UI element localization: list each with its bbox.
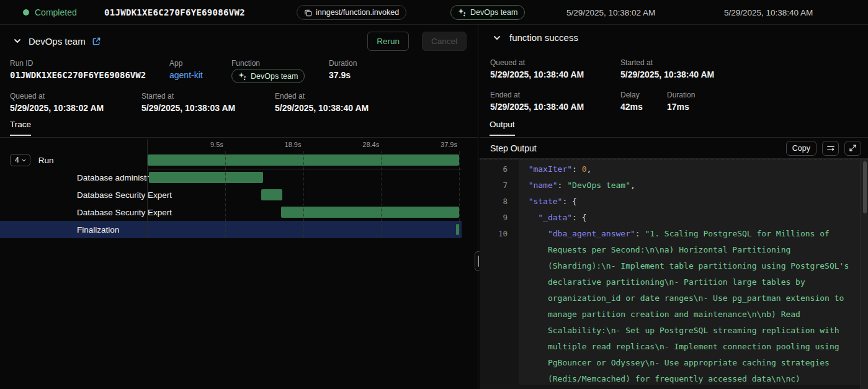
axis-tick: 28.4s	[337, 141, 379, 148]
step-queued-value: 5/29/2025, 10:38:40 AM	[490, 69, 620, 79]
trace-row-label: Database Security Expert	[77, 208, 172, 217]
line-number: 7	[480, 177, 519, 194]
run-id-value: 01JWDK1XE6C270F6YE69086VW2	[10, 70, 169, 80]
step-output-code[interactable]: 6"maxIter": 0,7"name": "DevOps team",8"s…	[480, 159, 868, 389]
trace-span-bar[interactable]	[281, 207, 459, 218]
code-line: 10"dba_agent_answer": "1. Scaling Postgr…	[480, 226, 861, 389]
function-badge-label: DevOps team	[251, 72, 298, 81]
top-run-id: 01JWDK1XE6C270F6YE69086VW2	[104, 0, 245, 25]
duration-label: Duration	[329, 59, 357, 68]
tab-trace[interactable]: Trace	[10, 120, 31, 136]
ended-at-value: 5/29/2025, 10:38:40 AM	[275, 103, 369, 113]
run-row-separator	[147, 169, 462, 169]
code-horizontal-scrollbar[interactable]	[480, 385, 861, 389]
code-line: 6"maxIter": 0,	[480, 161, 861, 177]
step-title: function success	[509, 32, 578, 43]
right-tab-bar: Output	[480, 120, 868, 138]
trace-row[interactable]: Finalization	[0, 221, 462, 238]
code-line: 9"_data": {	[480, 210, 861, 226]
chevron-down-icon[interactable]	[12, 36, 22, 46]
run-status: Completed	[23, 0, 77, 25]
status-dot-icon	[23, 9, 29, 16]
event-copy-icon	[304, 9, 312, 17]
function-badge-top-label: DevOps team	[470, 8, 517, 17]
app-link[interactable]: agent-kit	[169, 70, 231, 80]
queued-at-label: Queued at	[10, 92, 141, 101]
word-wrap-button[interactable]	[822, 141, 839, 156]
trace-row[interactable]: Database Security Expert	[0, 186, 462, 203]
external-link-icon[interactable]	[92, 37, 101, 46]
run-title: DevOps team	[29, 36, 86, 47]
copy-button[interactable]: Copy	[786, 141, 817, 156]
duration-value: 37.9s	[329, 70, 357, 80]
trace-span-bar[interactable]	[149, 172, 263, 183]
gridline	[381, 151, 382, 238]
top-bar: Completed 01JWDK1XE6C270F6YE69086VW2 inn…	[0, 0, 868, 25]
status-label: Completed	[35, 7, 77, 17]
step-duration-label: Duration	[667, 91, 695, 99]
trace-time-axis: 9.5s18.9s28.4s37.9s	[0, 139, 462, 151]
chevron-down-icon	[21, 158, 27, 163]
event-badge[interactable]: inngest/function.invoked	[297, 5, 406, 20]
gridline	[303, 151, 304, 238]
started-at-value: 5/29/2025, 10:38:03 AM	[141, 103, 275, 113]
left-tab-bar: Trace	[0, 120, 478, 138]
step-output-toolbar: Step Output Copy	[480, 138, 868, 159]
run-children-count-select[interactable]: 4	[10, 154, 30, 166]
axis-tick: 18.9s	[259, 141, 302, 148]
trace-span-bar[interactable]	[261, 189, 282, 200]
line-number: 9	[480, 210, 519, 226]
trace-row[interactable]: Database Security Expert	[0, 203, 462, 221]
ended-at-label: Ended at	[275, 92, 369, 101]
gridline	[459, 151, 460, 238]
trace-row[interactable]: Database administrator	[0, 169, 462, 186]
trace-waterfall: 9.5s18.9s28.4s37.9s 4RunDatabase adminis…	[0, 139, 462, 238]
tab-output[interactable]: Output	[490, 120, 515, 136]
function-badge-top[interactable]: DevOps team	[450, 5, 525, 20]
step-output-title: Step Output	[490, 143, 537, 153]
cancel-button[interactable]: Cancel	[422, 32, 467, 51]
run-id-label: Run ID	[10, 59, 169, 68]
step-details-panel: function success Queued at 5/29/2025, 10…	[480, 25, 868, 389]
step-delay-value: 42ms	[620, 102, 667, 112]
code-line: 7"name": "DevOps team",	[480, 177, 861, 194]
word-wrap-icon	[826, 144, 835, 153]
top-ended-timestamp: 5/29/2025, 10:38:40 AM	[724, 0, 813, 25]
trace-row-label: Database Security Expert	[77, 190, 172, 200]
step-ended-value: 5/29/2025, 10:38:40 AM	[490, 102, 620, 112]
step-ended-label: Ended at	[490, 91, 620, 99]
code-scrollbar-thumb[interactable]	[863, 161, 867, 213]
trace-row[interactable]: 4Run	[0, 151, 462, 169]
expand-button[interactable]	[844, 141, 861, 156]
axis-tick: 9.5s	[181, 141, 223, 148]
sparkle-icon	[238, 72, 247, 81]
queued-at-value: 5/29/2025, 10:38:02 AM	[10, 103, 141, 113]
trace-row-label: Run	[38, 156, 54, 165]
code-vertical-scrollbar[interactable]	[861, 159, 868, 389]
app-label: App	[169, 59, 231, 68]
started-at-label: Started at	[141, 92, 275, 101]
chart-left-edge	[147, 139, 148, 238]
step-started-value: 5/29/2025, 10:38:40 AM	[620, 69, 714, 79]
rerun-button[interactable]: Rerun	[367, 32, 409, 51]
event-badge-label: inngest/function.invoked	[316, 8, 399, 17]
line-number: 8	[480, 194, 519, 210]
expand-icon	[849, 144, 857, 152]
run-details-panel: DevOps team Rerun Cancel Run ID 01JWDK1X…	[0, 25, 478, 389]
top-queued-timestamp: 5/29/2025, 10:38:02 AM	[566, 0, 655, 25]
code-line: 8"state": {	[480, 194, 861, 210]
chevron-down-icon[interactable]	[492, 33, 502, 43]
function-badge[interactable]: DevOps team	[231, 69, 305, 83]
gridline	[225, 151, 226, 238]
line-number: 10	[480, 226, 519, 389]
run-children-count: 4	[15, 156, 19, 164]
line-number: 6	[480, 161, 519, 177]
trace-row-label: Finalization	[77, 225, 119, 235]
step-queued-label: Queued at	[490, 58, 620, 67]
step-duration-value: 17ms	[667, 102, 695, 112]
function-label: Function	[231, 59, 329, 68]
step-delay-label: Delay	[620, 91, 667, 99]
axis-tick: 37.9s	[415, 141, 457, 148]
sparkle-icon	[458, 8, 467, 17]
step-started-label: Started at	[620, 58, 714, 67]
